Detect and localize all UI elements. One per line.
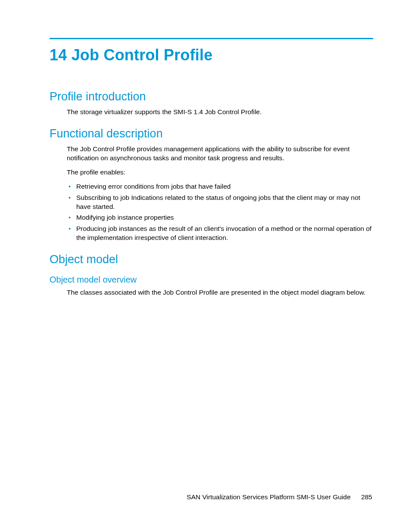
list-item: Subscribing to job Indications related t… (67, 193, 373, 212)
profile-introduction-body: The storage virtualizer supports the SMI… (67, 108, 373, 117)
page-content: 14 Job Control Profile Profile introduct… (0, 0, 411, 297)
subsection-object-model-overview-heading: Object model overview (50, 275, 373, 285)
chapter-title: 14 Job Control Profile (50, 46, 373, 64)
functional-description-body-1: The Job Control Profile provides managem… (67, 145, 373, 163)
section-profile-introduction-heading: Profile introduction (50, 90, 373, 103)
object-model-overview-body: The classes associated with the Job Cont… (67, 288, 373, 297)
top-rule (50, 38, 373, 39)
page-footer: SAN Virtualization Services Platform SMI… (187, 493, 372, 501)
footer-doc-title: SAN Virtualization Services Platform SMI… (187, 493, 350, 501)
section-object-model-heading: Object model (50, 253, 373, 266)
functional-description-bullets: Retrieving error conditions from jobs th… (67, 182, 373, 243)
list-item: Retrieving error conditions from jobs th… (67, 182, 373, 191)
footer-page-number: 285 (361, 493, 372, 501)
functional-description-body-2: The profile enables: (67, 168, 373, 177)
list-item: Producing job instances as the result of… (67, 224, 373, 243)
list-item: Modifying job instance properties (67, 213, 373, 222)
section-functional-description-heading: Functional description (50, 127, 373, 140)
